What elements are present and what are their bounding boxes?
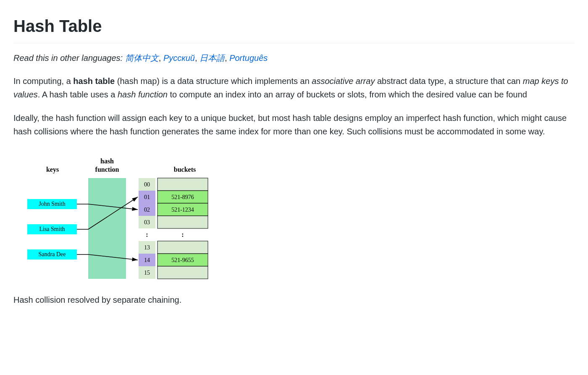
bucket-row: 15	[139, 266, 208, 279]
header-keys: keys	[46, 166, 59, 173]
diagram-caption: Hash collision resolved by separate chai…	[13, 294, 575, 306]
bucket-row: 02 521-1234	[139, 203, 208, 216]
lang-link-pt[interactable]: Português	[229, 53, 268, 63]
bucket-row: 14 521-9655	[139, 254, 208, 266]
svg-text:02: 02	[144, 207, 150, 213]
bucket-row: 00	[139, 178, 208, 191]
svg-text:521-9655: 521-9655	[171, 257, 194, 263]
key-text: Lisa Smith	[39, 226, 65, 232]
svg-text:15: 15	[144, 270, 150, 276]
hash-table-diagram: keys hash function buckets John Smith Li…	[21, 151, 575, 281]
lang-link-zh[interactable]: 简体中文	[125, 53, 159, 63]
lang-link-ru[interactable]: Русский	[163, 53, 195, 63]
svg-rect-23	[158, 266, 208, 279]
svg-text:03: 03	[144, 219, 150, 226]
bucket-row: 03	[139, 216, 208, 228]
svg-rect-2	[158, 178, 208, 191]
svg-text:01: 01	[144, 194, 150, 200]
hashfn-box	[88, 178, 126, 279]
svg-rect-16	[158, 241, 208, 254]
language-links: Read this in other languages: 简体中文, Русс…	[13, 52, 575, 64]
header-hashfn-2: function	[95, 166, 119, 173]
dots: :	[146, 231, 148, 238]
lang-link-ja[interactable]: 日本語	[200, 53, 225, 63]
dots: :	[181, 231, 184, 238]
svg-rect-13	[158, 216, 208, 228]
key-text: John Smith	[39, 201, 65, 207]
bucket-row: 01 521-8976	[139, 191, 208, 203]
svg-text:00: 00	[144, 181, 150, 188]
svg-text:521-8976: 521-8976	[171, 194, 194, 200]
bucket-row: 13	[139, 241, 208, 254]
key-text: Sandra Dee	[39, 251, 66, 257]
language-prefix: Read this in other languages:	[13, 53, 123, 63]
svg-text:521-1234: 521-1234	[171, 207, 194, 213]
svg-text:14: 14	[144, 257, 150, 263]
intro-paragraph-1: In computing, a hash table (hash map) is…	[13, 74, 575, 101]
header-buckets: buckets	[174, 166, 196, 173]
intro-paragraph-2: Ideally, the hash function will assign e…	[13, 111, 575, 138]
header-hashfn-1: hash	[100, 157, 114, 165]
svg-text:13: 13	[144, 244, 150, 251]
page-title: Hash Table	[13, 13, 575, 43]
